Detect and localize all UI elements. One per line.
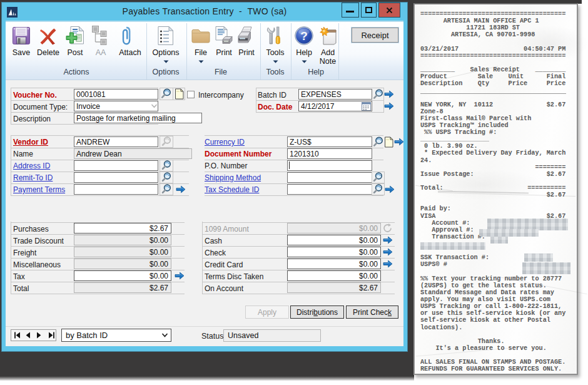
- svg-text:?: ?: [300, 29, 308, 43]
